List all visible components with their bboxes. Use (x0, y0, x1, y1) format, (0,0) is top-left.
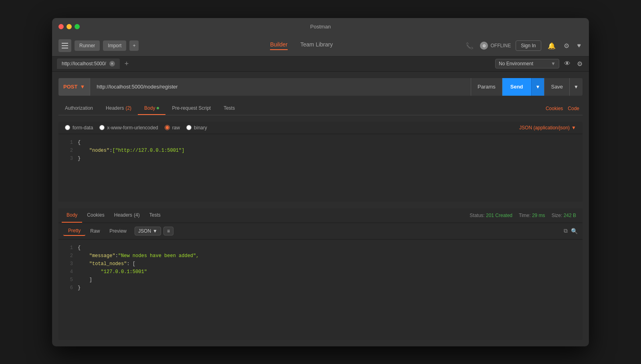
url-input[interactable] (90, 78, 471, 96)
status-value: 201 Created (486, 213, 512, 218)
main-content: POST ▼ Params Send ▼ Save ▼ Authorizatio… (52, 72, 589, 346)
response-section: Body Cookies Headers (4) Tests Status: 2… (58, 208, 583, 340)
runner-button[interactable]: Runner (75, 40, 100, 51)
request-bar: POST ▼ Params Send ▼ Save ▼ (58, 78, 583, 96)
env-label: No Environment (499, 61, 533, 66)
format-label: JSON (138, 228, 151, 234)
response-tab-cookies[interactable]: Cookies (82, 208, 109, 223)
title-bar: Postman (52, 18, 589, 36)
send-dropdown-button[interactable]: ▼ (531, 78, 544, 96)
code-line-3: 3 } (62, 155, 579, 163)
tab-bar: http://localhost:5000/ ✕ + No Environmen… (52, 56, 589, 72)
env-selector: No Environment ▼ 👁 ⚙ (495, 58, 584, 69)
resp-line-2: 2 "message" : "New nodes have been added… (62, 252, 579, 260)
code-line-2: 2 "nodes" : ["http://127.0.0.1:5001"] (62, 147, 579, 155)
env-dropdown[interactable]: No Environment ▼ (495, 59, 559, 68)
sidebar-toggle-button[interactable] (58, 39, 71, 52)
req-tabs-right: Cookies Code (546, 106, 583, 111)
sign-in-button[interactable]: Sign In (516, 40, 541, 51)
view-tabs-bar: Pretty Raw Preview JSON ▼ ≡ ⧉ 🔍 (58, 223, 583, 239)
json-selector[interactable]: JSON (application/json) ▼ (519, 125, 576, 131)
builder-tab[interactable]: Builder (270, 41, 288, 50)
offline-badge: ⚙ OFFLINE (480, 42, 511, 50)
form-data-option[interactable]: form-data (65, 125, 93, 131)
copy-button[interactable]: ⧉ (564, 227, 568, 234)
resp-line-6: 6 } (62, 284, 579, 292)
tab-tests[interactable]: Tests (217, 102, 241, 115)
wrap-button[interactable]: ≡ (163, 227, 173, 235)
import-button[interactable]: Import (103, 40, 126, 51)
search-button[interactable]: 🔍 (571, 227, 578, 234)
toolbar: Runner Import + Builder Team Library 📞 ⚙… (52, 36, 589, 56)
radio-bar: form-data x-www-form-urlencoded raw bina… (58, 122, 583, 134)
response-meta: Status: 201 Created Time: 29 ms Size: 24… (470, 213, 579, 218)
response-tabs-bar: Body Cookies Headers (4) Tests Status: 2… (58, 208, 583, 223)
code-line-1: 1 { (62, 139, 579, 147)
save-dropdown-button[interactable]: ▼ (569, 78, 583, 96)
team-library-tab[interactable]: Team Library (300, 41, 333, 50)
add-tab-button[interactable]: + (123, 60, 131, 68)
save-button[interactable]: Save (544, 78, 569, 96)
toolbar-right: 📞 ⚙ OFFLINE Sign In 🔔 ⚙ ♥ (464, 40, 583, 51)
response-tab-headers[interactable]: Headers (4) (109, 208, 145, 223)
svg-rect-1 (62, 45, 68, 46)
resp-line-3: 3 "total_nodes" : [ (62, 260, 579, 268)
sidebar-icon (62, 43, 68, 48)
resp-line-4: 4 "127.0.0.1:5001" (62, 268, 579, 276)
svg-rect-0 (62, 43, 68, 44)
tab-authorization[interactable]: Authorization (58, 102, 99, 115)
view-tabs-right: ⧉ 🔍 (564, 227, 578, 234)
notification-button[interactable]: 🔔 (546, 40, 557, 51)
new-request-button[interactable]: + (129, 40, 139, 51)
urlencoded-option[interactable]: x-www-form-urlencoded (99, 125, 158, 131)
maximize-button[interactable] (75, 24, 80, 29)
raw-option[interactable]: raw (165, 125, 180, 131)
method-selector[interactable]: POST ▼ (58, 78, 90, 96)
binary-option[interactable]: binary (186, 125, 207, 131)
response-tab-body[interactable]: Body (62, 208, 82, 223)
resp-line-1: 1 { (62, 244, 579, 252)
body-section: form-data x-www-form-urlencoded raw bina… (58, 122, 583, 202)
headers-count: (4) (134, 212, 140, 218)
method-arrow: ▼ (80, 84, 85, 90)
resp-line-5: 5 ] (62, 276, 579, 284)
view-tab-pretty[interactable]: Pretty (63, 226, 85, 236)
eye-button[interactable]: 👁 (562, 58, 572, 69)
close-button[interactable] (58, 24, 64, 29)
traffic-lights (58, 24, 80, 29)
settings-button[interactable]: ⚙ (562, 40, 571, 51)
url-tab[interactable]: http://localhost:5000/ ✕ (57, 58, 120, 69)
cookies-link[interactable]: Cookies (546, 106, 563, 111)
request-tabs: Authorization Headers (2) Body Pre-reque… (58, 102, 583, 115)
interceptor-button[interactable]: 📞 (464, 40, 475, 51)
minimize-button[interactable] (67, 24, 72, 29)
nav-tabs: Builder Team Library (142, 41, 461, 50)
send-button[interactable]: Send (502, 78, 531, 96)
method-label: POST (63, 84, 77, 90)
tab-headers[interactable]: Headers (2) (99, 102, 138, 115)
size-value: 242 B (564, 213, 576, 218)
tab-prerequest[interactable]: Pre-request Script (165, 102, 217, 115)
runner-label: Runner (79, 43, 95, 48)
import-label: Import (108, 43, 121, 48)
body-dot (157, 107, 159, 109)
postman-window: Postman Runner Import + Builder Team Lib… (52, 18, 589, 346)
code-link[interactable]: Code (568, 106, 579, 111)
offline-icon: ⚙ (480, 42, 488, 50)
headers-badge: (2) (125, 105, 131, 111)
response-tab-tests[interactable]: Tests (145, 208, 165, 223)
manage-env-button[interactable]: ⚙ (575, 58, 584, 69)
view-tab-raw[interactable]: Raw (85, 227, 105, 235)
format-selector[interactable]: JSON ▼ (135, 227, 161, 235)
tab-label: http://localhost:5000/ (62, 61, 106, 66)
offline-label: OFFLINE (490, 43, 511, 48)
request-body-editor[interactable]: 1 { 2 "nodes" : ["http://127.0.0.1:5001"… (58, 134, 583, 202)
time-value: 29 ms (532, 213, 545, 218)
tab-body[interactable]: Body (138, 102, 165, 115)
tab-close-button[interactable]: ✕ (109, 61, 115, 66)
response-body-editor[interactable]: 1 { 2 "message" : "New nodes have been a… (58, 239, 583, 340)
view-tab-preview[interactable]: Preview (105, 227, 131, 235)
svg-rect-2 (62, 48, 68, 48)
params-button[interactable]: Params (471, 78, 502, 96)
heart-button[interactable]: ♥ (576, 40, 583, 51)
